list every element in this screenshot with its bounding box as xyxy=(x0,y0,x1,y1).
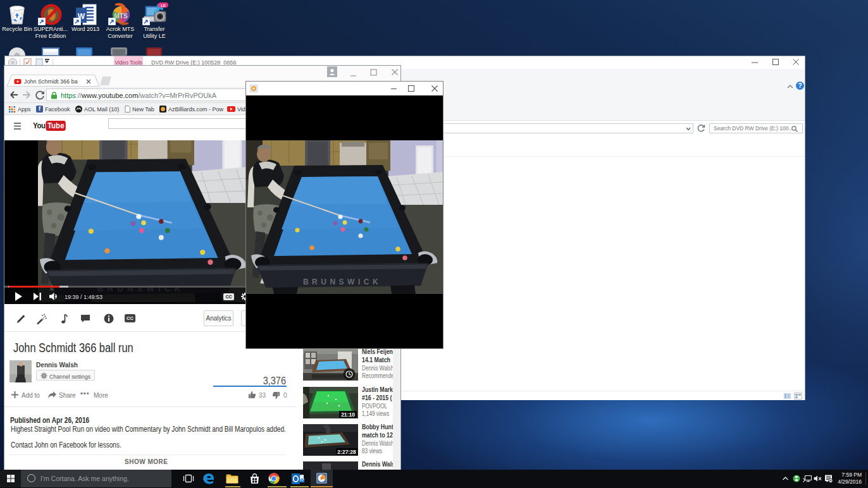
svg-text:21:10: 21:10 xyxy=(341,412,355,418)
svg-text:2:27:28: 2:27:28 xyxy=(337,449,356,455)
svg-text:LE: LE xyxy=(161,4,166,8)
svg-text:MTS: MTS xyxy=(114,13,127,20)
